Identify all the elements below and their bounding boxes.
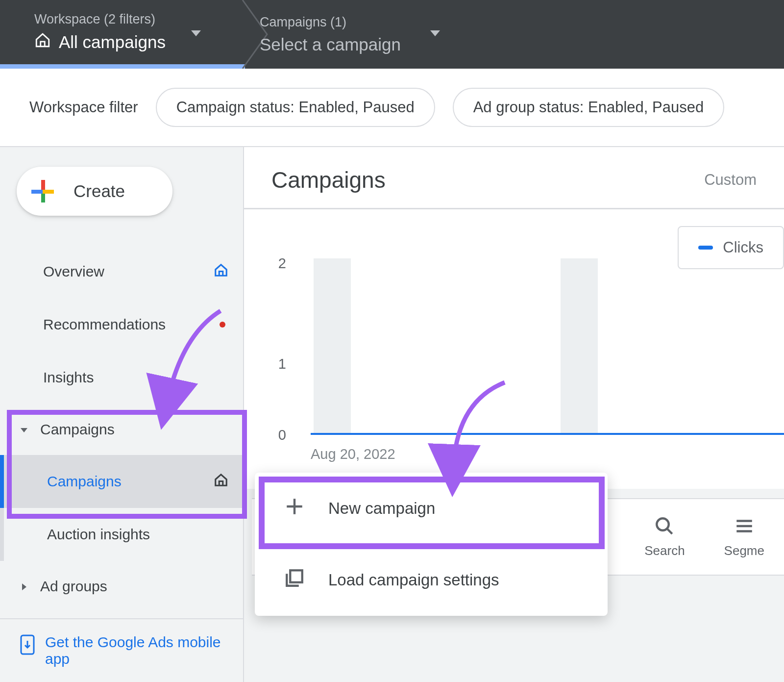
sidebar-item-ad-groups[interactable]: Ad groups [0,561,243,612]
search-icon [654,516,675,536]
sidebar-promo-text: Get the Google Ads mobile app [45,634,223,667]
series-dash-icon [698,246,713,250]
chart-series-line [311,433,784,435]
sidebar: Create Overview Recommendations Insights… [0,147,244,682]
sidebar-item-label: Campaigns [47,473,122,490]
y-axis-tick: 2 [278,255,286,272]
popup-item-new-campaign[interactable]: New campaign [255,473,608,544]
home-icon [34,32,51,52]
svg-rect-2 [31,190,43,194]
plus-icon [31,180,54,202]
svg-rect-0 [41,180,45,191]
triangle-down-icon [20,421,28,438]
breadcrumb-campaign[interactable]: Campaigns (1) Select a campaign [245,0,420,69]
breadcrumb-campaign-subtitle: Campaigns (1) [260,15,401,30]
sidebar-item-campaigns[interactable]: Campaigns [0,455,243,508]
breadcrumb-bar: Workspace (2 filters) All campaigns Camp… [0,0,784,69]
chart-plot-area: Aug 20, 2022 [311,258,784,440]
line-chart: 2 1 0 Aug 20, 2022 [271,258,784,469]
segment-icon [734,516,755,536]
popup-item-label: New campaign [328,499,435,518]
sidebar-item-insights[interactable]: Insights [0,351,243,404]
filter-bar-label: Workspace filter [29,99,138,116]
home-icon [214,473,228,491]
breadcrumb-campaign-title-text: Select a campaign [260,35,401,54]
chart-card: Clicks 2 1 0 Aug 20, 2022 [244,209,784,489]
popup-item-load-settings[interactable]: Load campaign settings [255,544,608,616]
create-button-label: Create [74,181,125,201]
y-axis-tick: 0 [278,427,286,443]
weekend-band [561,258,598,434]
sidebar-nav: Overview Recommendations Insights Campai… [0,235,243,612]
sidebar-item-recommendations[interactable]: Recommendations [0,298,243,351]
sidebar-item-overview[interactable]: Overview [0,245,243,298]
sidebar-item-label: Recommendations [43,316,166,333]
filter-chip-campaign-status[interactable]: Campaign status: Enabled, Paused [156,88,435,127]
sidebar-promo-link[interactable]: Get the Google Ads mobile app [0,618,243,682]
filter-bar: Workspace filter Campaign status: Enable… [0,69,784,147]
filter-chip-adgroup-status[interactable]: Ad group status: Enabled, Paused [453,88,725,127]
plus-icon [284,496,305,521]
weekend-band [314,258,351,434]
svg-rect-3 [43,190,54,194]
sidebar-item-label: Ad groups [40,578,107,595]
sidebar-item-label: Auction insights [47,526,150,543]
chevron-down-icon [191,30,201,39]
sidebar-item-label: Overview [43,263,104,280]
segment-button[interactable]: Segme [705,516,784,558]
sidebar-item-auction-insights[interactable]: Auction insights [0,508,243,561]
svg-point-5 [657,518,669,530]
home-icon [214,263,228,281]
breadcrumb-workspace-subtitle: Workspace (2 filters) [34,12,225,27]
y-axis-tick: 1 [278,356,286,372]
search-button[interactable]: Search [625,516,704,558]
svg-rect-6 [290,570,302,582]
sidebar-item-label: Campaigns [40,421,115,438]
breadcrumb-campaign-title: Select a campaign [260,35,401,54]
chevron-down-icon [430,30,440,39]
triangle-right-icon [20,578,28,595]
create-button[interactable]: Create [17,167,172,216]
create-popup-menu: New campaign Load campaign settings [255,473,608,616]
copy-icon [284,568,305,592]
date-range-selector[interactable]: Custom [704,171,757,189]
popup-item-label: Load campaign settings [328,571,499,589]
page-title: Campaigns [271,167,386,193]
breadcrumb-workspace[interactable]: Workspace (2 filters) All campaigns [0,0,245,69]
sidebar-item-label: Insights [43,369,94,386]
sidebar-item-campaigns-parent[interactable]: Campaigns [0,404,243,455]
mobile-download-icon [20,634,35,659]
toolbar-label: Search [644,543,685,558]
x-axis-tick: Aug 20, 2022 [311,446,395,462]
page-header: Campaigns Custom [244,147,784,209]
metric-chip-label: Clicks [723,239,763,256]
toolbar-label: Segme [724,543,764,558]
breadcrumb-workspace-title-text: All campaigns [59,32,166,52]
